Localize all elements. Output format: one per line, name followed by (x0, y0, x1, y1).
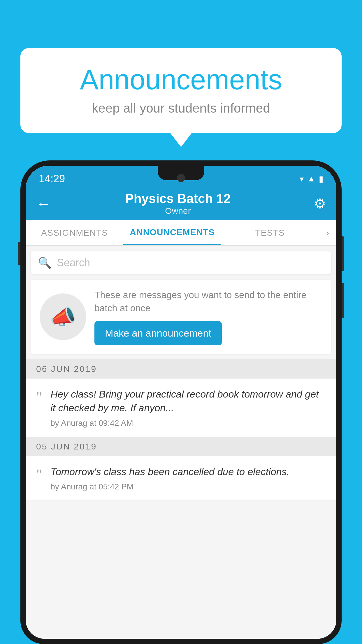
content-area: 🔍 Search 📣 These are messages you want t… (26, 246, 336, 639)
announcement-author-1: by Anurag at 09:42 AM (50, 419, 326, 428)
make-announcement-button[interactable]: Make an announcement (94, 321, 222, 345)
announcement-text-1: Hey class! Bring your practical record b… (50, 387, 326, 415)
date-separator-2: 05 JUN 2019 (26, 437, 336, 456)
tabs-container: ASSIGNMENTS ANNOUNCEMENTS TESTS › (26, 220, 336, 246)
tab-tests[interactable]: TESTS (221, 220, 319, 245)
power-button (342, 236, 344, 271)
tab-announcements[interactable]: ANNOUNCEMENTS (123, 220, 221, 245)
back-button[interactable]: ← (36, 195, 51, 212)
phone-notch (158, 166, 204, 180)
wifi-icon: ▾ (300, 174, 304, 184)
date-separator-1: 06 JUN 2019 (26, 359, 336, 379)
promo-description: These are messages you want to send to t… (94, 288, 322, 315)
search-placeholder: Search (57, 257, 90, 269)
settings-icon[interactable]: ⚙ (314, 196, 326, 211)
signal-icon: ▲ (307, 174, 315, 183)
announcement-content-1: Hey class! Bring your practical record b… (50, 387, 326, 428)
header-subtitle: Owner (57, 206, 299, 216)
volume-button (18, 242, 20, 265)
header-title: Physics Batch 12 (57, 191, 299, 206)
megaphone-icon: 📣 (50, 304, 76, 329)
quote-icon-2: " (36, 467, 42, 482)
promo-content: These are messages you want to send to t… (94, 288, 322, 345)
status-icons: ▾ ▲ ▮ (300, 174, 323, 184)
search-icon: 🔍 (38, 256, 52, 269)
search-bar[interactable]: 🔍 Search (31, 251, 331, 274)
volume-down-button (342, 283, 344, 318)
announcement-author-2: by Anurag at 05:42 PM (50, 482, 326, 491)
screen-content: 🔍 Search 📣 These are messages you want t… (26, 246, 336, 639)
bubble-subtitle: keep all your students informed (38, 101, 324, 116)
announcement-item-2[interactable]: " Tomorrow's class has been cancelled du… (26, 456, 336, 501)
front-camera (177, 174, 185, 182)
announcement-text-2: Tomorrow's class has been cancelled due … (50, 465, 326, 479)
battery-icon: ▮ (319, 174, 323, 184)
app-header: ← Physics Batch 12 Owner ⚙ (26, 187, 336, 220)
status-time: 14:29 (39, 173, 65, 185)
speech-bubble-container: Announcements keep all your students inf… (20, 48, 342, 133)
quote-icon-1: " (36, 390, 42, 405)
speech-bubble: Announcements keep all your students inf… (20, 48, 342, 133)
phone-outer: 14:29 ▾ ▲ ▮ ← Physics Batch 12 Owner ⚙ (20, 160, 342, 644)
bubble-title: Announcements (38, 64, 324, 95)
tab-assignments[interactable]: ASSIGNMENTS (26, 220, 123, 245)
announcement-content-2: Tomorrow's class has been cancelled due … (50, 465, 326, 492)
promo-card: 📣 These are messages you want to send to… (31, 280, 331, 354)
announcement-item-1[interactable]: " Hey class! Bring your practical record… (26, 379, 336, 437)
phone-screen: 14:29 ▾ ▲ ▮ ← Physics Batch 12 Owner ⚙ (26, 166, 336, 639)
phone-frame: 14:29 ▾ ▲ ▮ ← Physics Batch 12 Owner ⚙ (20, 160, 342, 644)
announcement-icon-circle: 📣 (40, 293, 86, 340)
tab-more[interactable]: › (319, 220, 336, 245)
header-title-container: Physics Batch 12 Owner (57, 191, 299, 216)
